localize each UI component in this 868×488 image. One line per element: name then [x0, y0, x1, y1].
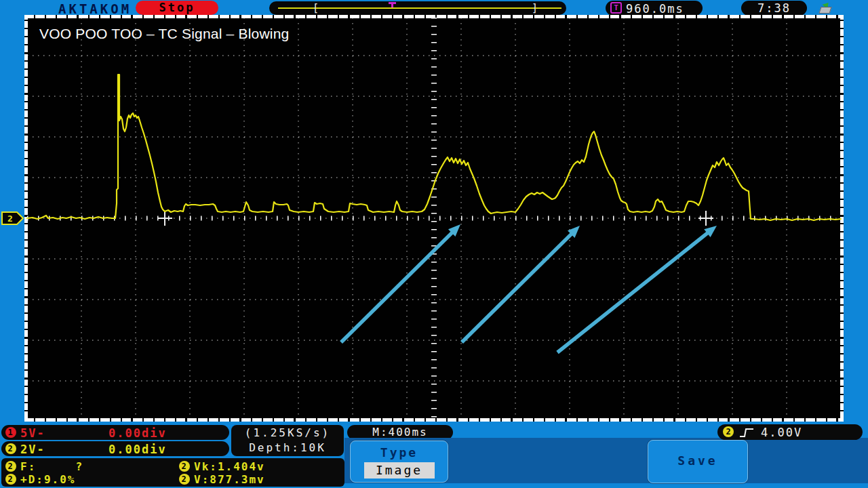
measurement-channel-badge: 2 — [179, 474, 190, 485]
window-bracket-left: [ — [313, 2, 319, 14]
run-state-badge: Stop — [136, 1, 218, 15]
trigger-position-bar: [ ] — [269, 1, 566, 15]
oscilloscope-screen: AKTAKOM Stop [ ] T 960.0ms 7:38 VOO POO … — [0, 0, 868, 488]
ruler-bottom — [24, 418, 844, 422]
trigger-time-pill: T 960.0ms — [606, 1, 703, 16]
trigger-time-value: 960.0ms — [626, 2, 684, 16]
channel1-scale: 5V- — [20, 426, 45, 440]
channel1-readout: 1 5V- 0.00div — [1, 425, 229, 440]
measurement-frequency-text: F: ? — [20, 460, 83, 473]
type-button-value: Image — [364, 462, 435, 479]
ruler-right — [840, 18, 844, 418]
sample-rate: (1.25KS/s) — [231, 425, 344, 440]
usb-icon-body — [818, 7, 831, 14]
measurements-box: 2 F: ? 2 +D:9.0% 2 Vk:1.404v 2 V:877.3mv — [1, 458, 344, 487]
trigger-position-line — [278, 7, 561, 9]
channel2-scale: 2V- — [20, 443, 45, 456]
measurement-channel-badge: 2 — [179, 461, 190, 472]
trigger-level-value: 4.00V — [761, 426, 802, 439]
clock: 7:38 — [741, 1, 807, 16]
save-button[interactable]: Save — [648, 440, 748, 483]
type-button[interactable]: Type Image — [350, 441, 448, 483]
channel2-readout: 2 2V- 0.00div — [1, 441, 229, 456]
measurement-duty-text: +D:9.0% — [20, 473, 75, 486]
measurement-vk-text: Vk:1.404v — [194, 460, 265, 473]
brand-logo: AKTAKOM — [58, 1, 132, 16]
channel2-position: 0.00div — [108, 443, 167, 456]
ruler-top — [24, 15, 844, 18]
waveform-display: VOO POO TOO – TC Signal – Blowing — [24, 15, 844, 422]
channel2-position-marker[interactable]: 2 — [1, 211, 24, 226]
usb-device-icon — [818, 2, 832, 13]
ruler-left — [24, 18, 28, 418]
type-button-label: Type — [351, 445, 448, 460]
trigger-position-marker-stem — [391, 4, 393, 7]
measurement-channel-badge: 2 — [5, 461, 16, 472]
trigger-channel-badge: 2 — [723, 426, 734, 437]
measurement-channel-badge: 2 — [5, 474, 16, 485]
rising-edge-icon — [738, 426, 755, 439]
annotation-title: VOO POO TOO – TC Signal – Blowing — [39, 26, 289, 42]
trigger-readout-pill: 2 4.00V — [717, 424, 863, 440]
channel2-badge: 2 — [5, 443, 16, 454]
channel1-badge: 1 — [5, 427, 16, 438]
channel2-marker-label: 2 — [7, 214, 13, 224]
acquisition-box: (1.25KS/s) Depth:10K — [231, 425, 344, 456]
channel1-position: 0.00div — [108, 426, 167, 440]
measurement-v-text: V:877.3mv — [194, 473, 265, 486]
window-bracket-right: ] — [532, 2, 538, 14]
memory-depth: Depth:10K — [231, 440, 344, 455]
trigger-t-icon: T — [610, 2, 622, 14]
